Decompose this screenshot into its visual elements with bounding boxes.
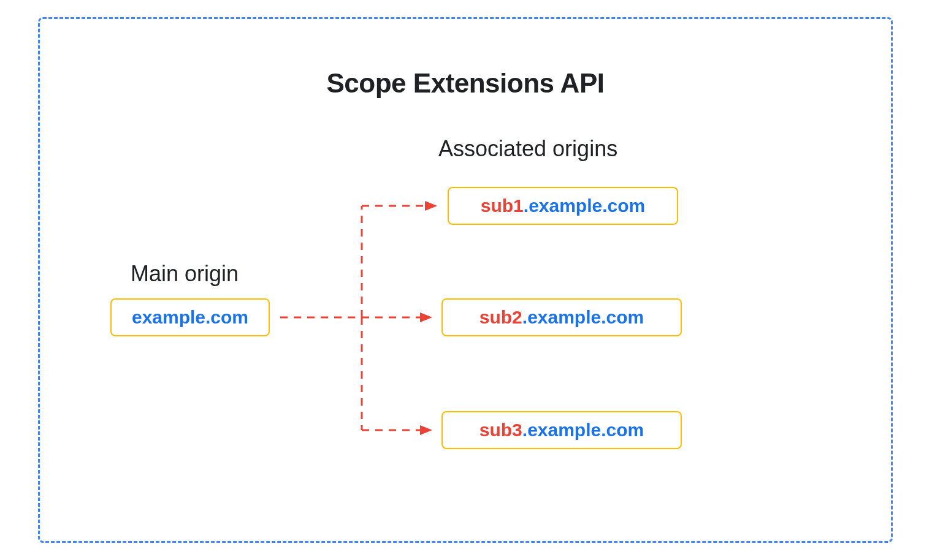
main-origin-box: example.com — [110, 298, 270, 336]
domain-3: .example.com — [522, 420, 644, 440]
main-origin-domain: example.com — [132, 307, 248, 328]
arrowhead-2 — [420, 312, 432, 322]
subdomain-3: sub3 — [479, 420, 522, 440]
diagram-title: Scope Extensions API — [327, 68, 605, 99]
associated-origin-text-1: sub1.example.com — [481, 195, 645, 216]
scope-extensions-container: Scope Extensions API Main origin Associa… — [38, 17, 893, 543]
domain-1: .example.com — [524, 195, 645, 216]
subdomain-2: sub2 — [479, 307, 522, 327]
arrowhead-1 — [425, 201, 437, 211]
associated-origins-label: Associated origins — [438, 136, 617, 162]
associated-origin-box-3: sub3.example.com — [441, 411, 682, 449]
domain-2: .example.com — [522, 307, 644, 327]
associated-origin-box-2: sub2.example.com — [441, 298, 682, 336]
main-origin-label: Main origin — [131, 261, 239, 287]
associated-origin-text-2: sub2.example.com — [479, 307, 644, 328]
associated-origin-box-1: sub1.example.com — [448, 187, 678, 225]
associated-origin-text-3: sub3.example.com — [479, 420, 644, 441]
subdomain-1: sub1 — [481, 195, 524, 216]
arrowhead-3 — [420, 425, 432, 435]
